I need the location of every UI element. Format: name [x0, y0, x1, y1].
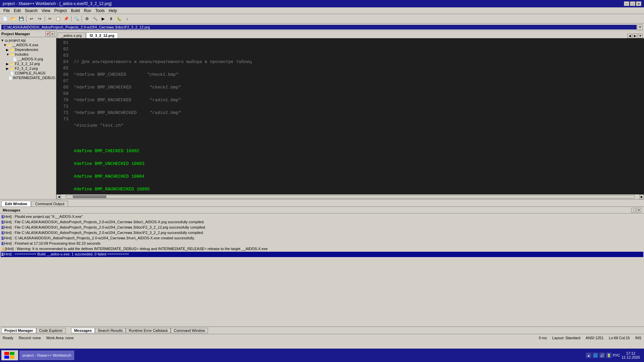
- message-4[interactable]: ℹ [Hint] : File C:\ALASKA\AIDOS\X\_Aidos…: [1, 230, 643, 236]
- messages-close-btn[interactable]: ✕: [637, 208, 641, 213]
- minimize-button[interactable]: ─: [624, 1, 629, 6]
- line-num-69: 69: [59, 90, 68, 97]
- bottom-tab-edit-window[interactable]: Edit Window: [1, 201, 31, 206]
- sidebar-item-f2-3-2-12[interactable]: ▶ 📁 F2_3_2_12.prg: [1, 61, 55, 66]
- code-line-72: #define BMP_RAUNCHECKED 10005: [74, 186, 641, 192]
- tab-messages[interactable]: Messages: [71, 328, 95, 333]
- taskbar-clock[interactable]: 17:12 12.12.2020: [622, 351, 640, 359]
- tray-network-icon[interactable]: 🌐: [593, 353, 598, 358]
- start-button[interactable]: [1, 350, 18, 360]
- file-path-close-button[interactable]: ✕: [637, 24, 643, 30]
- menu-build[interactable]: Build: [69, 8, 82, 14]
- tab-code-explorer[interactable]: Code Explorer: [36, 328, 66, 333]
- toolbar-debug[interactable]: 🐛: [115, 15, 123, 22]
- scroll-right-btn[interactable]: ▶: [639, 194, 644, 199]
- toolbar-save[interactable]: 💾: [17, 15, 25, 22]
- aidos-exe-label: __AIDOS-X.exe: [12, 43, 38, 47]
- tab-f2-3-2-12-prg[interactable]: f2_3_2_12.prg: [86, 33, 118, 38]
- code-content[interactable]: // Для альтернативного и неальтернативно…: [71, 38, 644, 194]
- status-record: Record: none: [19, 336, 41, 340]
- messages-float-btn[interactable]: ↕: [631, 208, 636, 213]
- toolbar-build[interactable]: 🔨: [91, 15, 99, 22]
- toolbar-paste[interactable]: 📌: [62, 15, 70, 22]
- sidebar-item-f2-3-2-2[interactable]: ▶ 📁 F2_3_2_2.prg: [1, 66, 55, 71]
- sidebar-item-aidos-prg[interactable]: 📄 __AIDOS-X.prg: [1, 57, 55, 61]
- expand-icon: ▶: [6, 48, 9, 52]
- sidebar-close-button[interactable]: ✕: [50, 32, 55, 36]
- tab-scroll-right[interactable]: ▶: [633, 34, 637, 38]
- taskbar-item-workbench[interactable]: project - Xbase++ Workbench: [19, 351, 74, 360]
- line-num-70: 70: [59, 97, 68, 103]
- restore-button[interactable]: □: [630, 1, 635, 6]
- code-editor[interactable]: 61 62 63 64 65 66 67 68 69 70 71 72 73 /…: [56, 38, 644, 194]
- toolbar-run[interactable]: ▶: [99, 15, 107, 22]
- menu-run[interactable]: Run: [82, 8, 93, 14]
- toolbar-undo[interactable]: ↩: [28, 15, 35, 22]
- tab-runtime-error[interactable]: Runtime Error Callstack: [126, 328, 171, 333]
- scroll-left-btn[interactable]: ◀: [56, 194, 61, 199]
- folder-icon: 📁: [10, 48, 14, 52]
- menu-file[interactable]: File: [1, 8, 12, 14]
- horizontal-scrollbar[interactable]: ◀ ▶: [56, 194, 644, 199]
- toolbar-copy[interactable]: 📋: [54, 15, 62, 22]
- tab-project-manager[interactable]: Project Manager: [1, 328, 36, 333]
- menu-project[interactable]: Project: [52, 8, 69, 14]
- sidebar-content: ▼ 🗂 project.xpj ▼ 📁 __AIDOS-X.exe ▶ 📁 De…: [0, 37, 56, 199]
- sidebar-item-includes[interactable]: ▼ 📁 Includes: [1, 52, 55, 57]
- project-label: project.xpj: [9, 38, 25, 42]
- sidebar-item-project[interactable]: ▼ 🗂 project.xpj: [1, 38, 55, 43]
- toolbar-redo[interactable]: ↪: [36, 15, 43, 22]
- tray-arrow-icon[interactable]: ▲: [586, 353, 591, 358]
- bottom-tab-command-output[interactable]: Command Output: [32, 201, 68, 206]
- menu-bar: File Edit Search View Project Build Run …: [0, 7, 644, 14]
- code-line-62: // Для альтернативного и неальтернативно…: [74, 59, 641, 65]
- toolbar-new[interactable]: 📄: [1, 15, 9, 22]
- tab-bar: _aidos-x.prg f2_3_2_12.prg ◀ ▶ ▼: [56, 31, 644, 38]
- toolbar-open[interactable]: 📂: [9, 15, 17, 22]
- expand-icon: ▼: [1, 39, 4, 42]
- sidebar-pin-button[interactable]: 📌: [45, 32, 50, 36]
- message-7[interactable]: ⚠ [Hint] : Warning: It is recommended to…: [1, 246, 643, 252]
- sidebar-item-intermediate-debug[interactable]: 📄 INTERMEDIATE_DEBUG: [1, 75, 55, 80]
- message-6[interactable]: ℹ [Hint] : Finished at 17:10:09 Processi…: [1, 241, 643, 246]
- toolbar-stop[interactable]: ⏸: [107, 15, 115, 22]
- message-8[interactable]: ℹ [Hint] : ========== Build __aidos-x.ex…: [1, 252, 643, 257]
- menu-view[interactable]: View: [40, 8, 52, 14]
- includes-label: Includes: [15, 52, 29, 56]
- status-workarea: Work Area: none: [46, 336, 74, 340]
- tab-dropdown[interactable]: ▼: [638, 34, 643, 38]
- message-text-1: [Hint] : Pbuild.exe project.xpj "/t:__AI…: [3, 215, 83, 219]
- f2-3-2-12-label: F2_3_2_12.prg: [15, 62, 40, 66]
- status-bar: Ready Record: none Work Area: none 0 ms …: [0, 334, 644, 341]
- scroll-thumb[interactable]: [73, 195, 106, 198]
- status-ready: Ready: [3, 336, 13, 340]
- message-1[interactable]: ℹ [Hint] : Pbuild.exe project.xpj "/t:__…: [1, 214, 643, 220]
- tab-command-window[interactable]: Command Window: [171, 328, 208, 333]
- sidebar-item-dependencies[interactable]: ▶ 📁 Dependencies: [1, 47, 55, 52]
- line-num-68: 68: [59, 84, 68, 90]
- line-num-71: 71: [59, 103, 68, 110]
- toolbar-compile[interactable]: ⚙: [83, 15, 91, 22]
- toolbar-search[interactable]: 🔍: [73, 15, 80, 22]
- tab-scroll-buttons: ◀ ▶ ▼: [627, 34, 643, 38]
- tray-battery-icon[interactable]: 🔋: [606, 353, 611, 358]
- menu-tools[interactable]: Tools: [93, 8, 107, 14]
- tray-sound-icon[interactable]: 🔊: [599, 353, 605, 358]
- toolbar-step[interactable]: ↓: [123, 15, 131, 22]
- sidebar-item-aidos-exe[interactable]: ▼ 📁 __AIDOS-X.exe: [1, 43, 55, 47]
- message-5[interactable]: ℹ [Hint] : C:\ALASKA\AIDOS\X\_AidosProje…: [1, 236, 643, 241]
- menu-help[interactable]: Help: [107, 8, 119, 14]
- message-2[interactable]: ℹ [Hint] : File C:\ALASKA\AIDOS\X\_Aidos…: [1, 220, 643, 225]
- tab-aidos-x-prg[interactable]: _aidos-x.prg: [58, 33, 86, 38]
- menu-search[interactable]: Search: [23, 8, 40, 14]
- scroll-track[interactable]: [66, 195, 635, 198]
- sidebar-item-compile-flags[interactable]: 📄 COMPILE_FLAGS: [1, 71, 55, 75]
- toolbar-cut[interactable]: ✂: [46, 15, 54, 22]
- menu-edit[interactable]: Edit: [12, 8, 23, 14]
- tab-scroll-left[interactable]: ◀: [627, 34, 632, 38]
- tab-search-results[interactable]: Search Results: [95, 328, 126, 333]
- close-button[interactable]: ✕: [636, 1, 641, 6]
- folder-icon: 📁: [10, 62, 14, 66]
- message-3[interactable]: ℹ [Hint] : File C:\ALASKA\AIDOS\X\_Aidos…: [1, 225, 643, 230]
- content-area: Project Manager 📌 ✕ ▼ 🗂 project.xpj ▼ 📁 …: [0, 31, 644, 199]
